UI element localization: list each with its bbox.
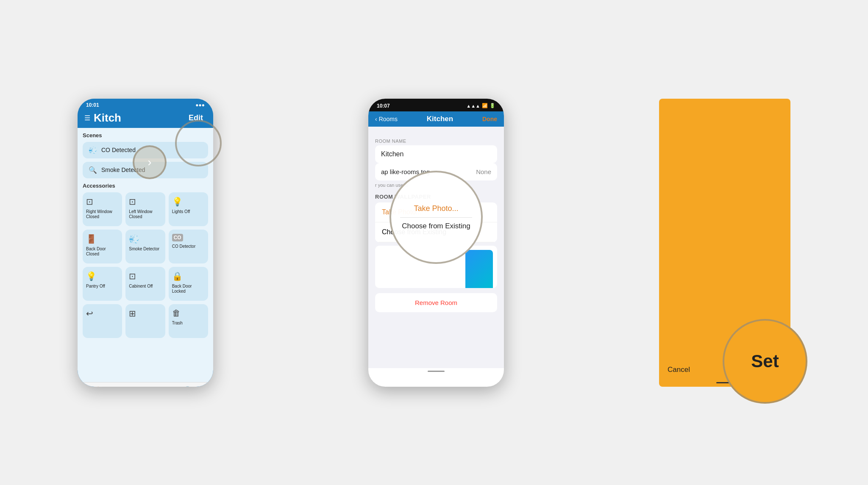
scene-smoke-label: Smoke Detected xyxy=(101,166,145,173)
tile-extra1[interactable]: ↩ xyxy=(83,304,122,338)
left-window-label: Left Window Closed xyxy=(129,209,161,219)
set-circle[interactable]: Set xyxy=(723,319,807,404)
co-detector-label: CO Detector xyxy=(172,244,196,249)
nav-automation[interactable]: 🕐 Automation xyxy=(177,386,198,387)
back-chevron: ‹ xyxy=(375,116,377,122)
accessories-grid: ⊡ Right Window Closed ⊡ Left Window Clos… xyxy=(83,192,208,338)
light-icon: 💡 xyxy=(172,197,183,207)
back-button[interactable]: ‹ Rooms xyxy=(375,116,398,122)
battery-icon: 🔋 xyxy=(490,103,495,108)
wallpaper-preview xyxy=(375,246,497,288)
nav-rooms[interactable]: ⊟ Rooms xyxy=(134,386,147,387)
cable-icon: ↩ xyxy=(86,308,93,319)
automation-icon: 🕐 xyxy=(182,386,193,387)
tile-right-window[interactable]: ⊡ Right Window Closed xyxy=(83,192,122,226)
wallpaper-label: ROOM WALLPAPER xyxy=(375,194,497,200)
trash-icon: 🗑 xyxy=(172,308,181,318)
back-door-label: Back Door Closed xyxy=(86,247,119,257)
wallpaper-options: Take Photo... Choose from Existing xyxy=(375,202,497,242)
co-detector-icon: CO xyxy=(172,234,183,241)
group-row[interactable]: ap like-rooms tog None xyxy=(375,163,497,180)
group-label: ap like-rooms tog xyxy=(381,168,430,175)
back-door-locked-label: Back Door Locked xyxy=(172,284,205,294)
lights-label: Lights Off xyxy=(172,209,190,214)
take-photo-option[interactable]: Take Photo... xyxy=(375,202,497,222)
home-icon: 🏠 xyxy=(93,386,103,387)
room-name-input[interactable] xyxy=(375,145,497,163)
signal-icon: ▲▲▲ xyxy=(466,103,480,108)
section-hint: r you can use to xyxy=(375,182,497,188)
phone1-nav: 🏠 Home ⊟ Rooms 🕐 Automation xyxy=(78,382,213,387)
cabinet-label: Cabinent Off xyxy=(129,284,153,289)
scenes-section-label: Scenes xyxy=(83,132,208,139)
pantry-icon: 💡 xyxy=(86,271,97,281)
done-button[interactable]: Done xyxy=(482,116,497,122)
phone1-time: 10:01 xyxy=(86,102,99,108)
phone1-status-icons: ●●● xyxy=(195,102,205,108)
phone2-bottom-bar xyxy=(428,371,445,372)
tile-cabinet[interactable]: ⊡ Cabinent Off xyxy=(125,267,165,301)
phone2-body: ROOM NAME ap like-rooms tog None r you c… xyxy=(368,127,504,368)
tile-left-window[interactable]: ⊡ Left Window Closed xyxy=(125,192,165,226)
right-window-label: Right Window Closed xyxy=(86,209,119,219)
outlet-icon: ⊞ xyxy=(129,308,136,319)
scene-co-label: CO Detected xyxy=(101,147,136,153)
choose-existing-option[interactable]: Choose from Existing xyxy=(375,222,497,242)
cabinet-icon: ⊡ xyxy=(129,271,136,281)
scene-smoke-detected[interactable]: 🔍 Smoke Detected xyxy=(83,162,208,178)
tile-co-detector[interactable]: CO CO Detector xyxy=(169,230,208,263)
tile-trash[interactable]: 🗑 Trash xyxy=(169,304,208,338)
co-icon: 💨 xyxy=(89,146,97,154)
door-icon: 🚪 xyxy=(86,234,97,244)
tile-back-door[interactable]: 🚪 Back Door Closed xyxy=(83,230,122,263)
phone2-time: 10:07 xyxy=(377,103,390,109)
wallpaper-gradient xyxy=(465,250,493,288)
phone1-status-bar: 10:01 ●●● xyxy=(78,99,213,110)
accessories-section-label: Accessories xyxy=(83,183,208,189)
phone2-page-title: Kitchen xyxy=(427,115,453,123)
cancel-button[interactable]: Cancel xyxy=(668,366,690,374)
phone1-content: Scenes 💨 CO Detected 🔍 Smoke Detected Ac… xyxy=(78,128,213,382)
lock-icon: 🔒 xyxy=(172,271,183,281)
phone1: 10:01 ●●● ☰ Kitch Edit Scenes 💨 CO Detec… xyxy=(78,99,213,387)
trash-label: Trash xyxy=(172,321,183,326)
room-name-label: ROOM NAME xyxy=(375,139,497,144)
tile-smoke-detector[interactable]: 💨 Smoke Detector xyxy=(125,230,165,263)
back-label: Rooms xyxy=(379,116,398,122)
menu-icon[interactable]: ☰ xyxy=(84,114,90,122)
set-label[interactable]: Set xyxy=(751,351,779,371)
nav-home[interactable]: 🏠 Home xyxy=(92,386,104,387)
pantry-label: Pantry Off xyxy=(86,284,105,289)
smoke-detector-label: Smoke Detector xyxy=(129,247,159,252)
phone2-status-bar: 10:07 ▲▲▲ 📶 🔋 xyxy=(368,99,504,111)
group-value: None xyxy=(476,168,491,175)
phone1-title: Kitch xyxy=(94,111,121,125)
tile-pantry[interactable]: 💡 Pantry Off xyxy=(83,267,122,301)
window2-icon: ⊡ xyxy=(129,197,136,207)
smoke-icon: 🔍 xyxy=(89,166,97,174)
tile-lights[interactable]: 💡 Lights Off xyxy=(169,192,208,226)
status-icons: ▲▲▲ 📶 🔋 xyxy=(466,103,495,108)
edit-button[interactable]: Edit xyxy=(185,112,206,124)
scene-co-detected[interactable]: 💨 CO Detected xyxy=(83,142,208,158)
remove-room-button[interactable]: Remove Room xyxy=(375,293,497,312)
smoke-detector-icon: 💨 xyxy=(129,234,139,244)
tile-back-door-locked[interactable]: 🔒 Back Door Locked xyxy=(169,267,208,301)
wifi-icon: 📶 xyxy=(482,103,488,108)
rooms-icon: ⊟ xyxy=(137,386,144,387)
tile-extra2[interactable]: ⊞ xyxy=(125,304,165,338)
phone1-header: ☰ Kitch Edit xyxy=(78,110,213,128)
phone2-nav-bar: ‹ Rooms Kitchen Done xyxy=(368,111,504,127)
phone2: 10:07 ▲▲▲ 📶 🔋 ‹ Rooms Kitchen Done ROOM … xyxy=(368,99,504,387)
window-icon: ⊡ xyxy=(86,197,93,207)
